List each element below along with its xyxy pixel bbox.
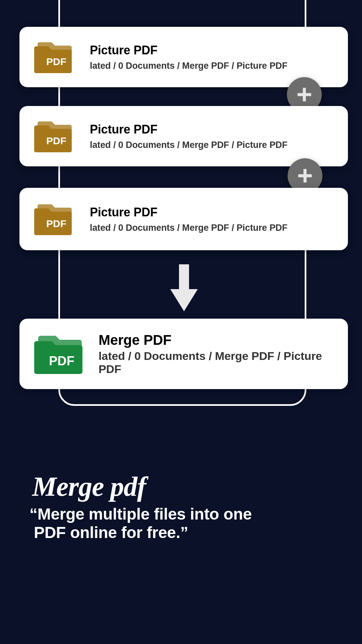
card-text: Picture PDF lated / 0 Documents / Merge …: [90, 122, 288, 150]
card-title: Picture PDF: [90, 43, 288, 57]
svg-text:PDF: PDF: [49, 354, 74, 368]
pdf-folder-icon: PDF: [33, 119, 73, 153]
card-subtitle: lated / 0 Documents / Merge PDF / Pictur…: [99, 350, 335, 376]
pdf-folder-icon: PDF: [33, 40, 73, 74]
page-subheadline: “Merge multiple files into one PDF onlin…: [29, 505, 252, 542]
card-subtitle: lated / 0 Documents / Merge PDF / Pictur…: [90, 140, 288, 150]
card-title: Picture PDF: [90, 205, 288, 219]
merged-pdf-card[interactable]: PDF Merge PDF lated / 0 Documents / Merg…: [19, 319, 348, 389]
card-subtitle: lated / 0 Documents / Merge PDF / Pictur…: [90, 223, 288, 233]
source-pdf-card[interactable]: PDF Picture PDF lated / 0 Documents / Me…: [19, 106, 348, 166]
card-text: Merge PDF lated / 0 Documents / Merge PD…: [99, 332, 335, 376]
card-title: Picture PDF: [90, 122, 288, 137]
arrow-down-icon: [169, 264, 199, 311]
card-text: Picture PDF lated / 0 Documents / Merge …: [90, 43, 288, 71]
page-headline: Merge pdf: [32, 471, 146, 502]
card-text: Picture PDF lated / 0 Documents / Merge …: [90, 205, 288, 233]
pdf-folder-icon: PDF: [33, 334, 83, 374]
plus-icon: [295, 86, 313, 104]
svg-text:PDF: PDF: [46, 218, 66, 229]
svg-text:PDF: PDF: [46, 56, 66, 67]
svg-text:PDF: PDF: [46, 135, 66, 146]
card-subtitle: lated / 0 Documents / Merge PDF / Pictur…: [90, 61, 288, 71]
plus-icon: [296, 167, 314, 185]
source-pdf-card[interactable]: PDF Picture PDF lated / 0 Documents / Me…: [19, 188, 348, 250]
card-title: Merge PDF: [99, 332, 335, 348]
pdf-folder-icon: PDF: [33, 202, 73, 236]
